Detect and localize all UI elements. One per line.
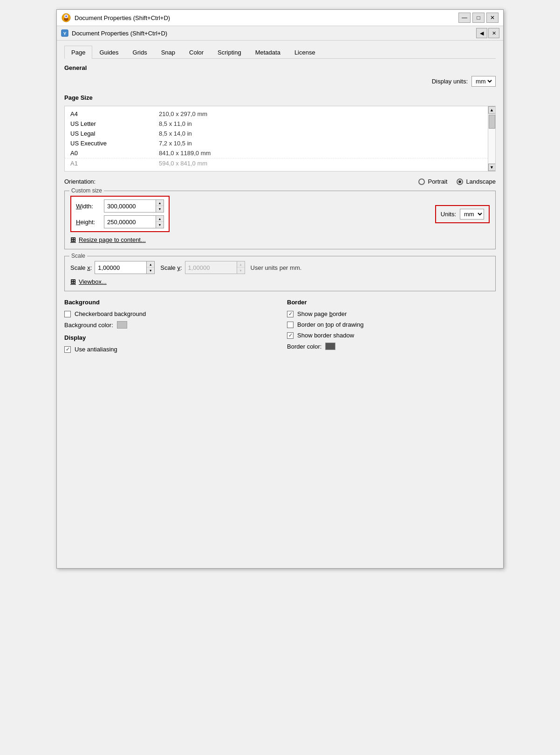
list-item[interactable]: US Executive 7,2 x 10,5 in <box>65 138 495 148</box>
page-size-section: Page Size A4 210,0 x 297,0 mm US Letter … <box>64 94 496 172</box>
close-button[interactable]: ✕ <box>486 13 499 23</box>
list-item[interactable]: US Legal 8,5 x 14,0 in <box>65 129 495 138</box>
height-decrement-button[interactable]: ▼ <box>156 222 164 228</box>
svg-point-3 <box>65 15 67 17</box>
width-spinbox[interactable]: ▲ ▼ <box>104 199 164 213</box>
height-row: Height: ▲ ▼ <box>76 215 164 228</box>
bg-color-label: Background color: <box>64 322 113 329</box>
menu-bar-nav: ◀ ✕ <box>476 28 499 38</box>
width-increment-button[interactable]: ▲ <box>156 200 164 206</box>
scrollbar-down-button[interactable]: ▼ <box>488 164 496 171</box>
orientation-row: Orientation: Portrait Landscape <box>64 178 496 185</box>
units-select-box[interactable]: mm cm in px pt pc <box>460 209 484 220</box>
tab-license[interactable]: License <box>287 46 322 59</box>
display-section-title: Display <box>64 334 273 341</box>
scale-row: Scale x: ▲ ▼ Scale y: ▲ <box>70 261 490 274</box>
page-size-name-a0: A0 <box>70 150 122 157</box>
landscape-label: Landscape <box>466 178 496 185</box>
page-size-list[interactable]: A4 210,0 x 297,0 mm US Letter 8,5 x 11,0… <box>64 106 496 172</box>
orientation-label: Orientation: <box>64 178 96 185</box>
nav-close-button[interactable]: ✕ <box>488 28 499 38</box>
height-input[interactable] <box>104 216 156 228</box>
units-select[interactable]: mm cm in px pt pc <box>460 209 484 219</box>
border-color-row: Border color: <box>287 343 496 350</box>
custom-size-inner: Width: ▲ ▼ Height: <box>70 196 490 232</box>
page-size-name-usexec: US Executive <box>70 140 122 147</box>
landscape-radio[interactable] <box>457 178 463 185</box>
show-border-label: Show page border <box>297 310 347 317</box>
list-item[interactable]: A4 210,0 x 297,0 mm <box>65 109 495 119</box>
background-display-section: Background Checkerboard background Backg… <box>64 299 273 357</box>
tab-color[interactable]: Color <box>182 46 211 59</box>
custom-size-label: Custom size <box>69 187 104 194</box>
title-bar-title: Document Properties (Shift+Ctrl+D) <box>75 14 170 21</box>
list-item[interactable]: A0 841,0 x 1189,0 mm <box>65 148 495 158</box>
height-increment-button[interactable]: ▲ <box>156 216 164 222</box>
scrollbar-thumb[interactable] <box>489 115 495 129</box>
bg-color-swatch[interactable] <box>117 321 127 329</box>
show-shadow-checkbox[interactable]: ✓ <box>287 332 294 339</box>
page-size-dims-uslegal: 8,5 x 14,0 in <box>159 130 192 137</box>
minimize-button[interactable]: — <box>458 13 471 23</box>
title-bar-left: Document Properties (Shift+Ctrl+D) <box>61 13 170 22</box>
width-decrement-button[interactable]: ▼ <box>156 206 164 212</box>
tab-metadata[interactable]: Metadata <box>248 46 287 59</box>
scale-x-decrement-button[interactable]: ▼ <box>147 268 154 274</box>
tab-scripting[interactable]: Scripting <box>211 46 248 59</box>
menu-app-icon: Y <box>61 29 69 37</box>
show-shadow-label: Show border shadow <box>297 332 354 339</box>
scale-x-increment-button[interactable]: ▲ <box>147 261 154 268</box>
tab-page[interactable]: Page <box>64 46 92 59</box>
border-on-top-label: Border on top of drawing <box>297 321 363 328</box>
scale-x-label: Scale x: <box>70 264 92 271</box>
page-size-dims-a4: 210,0 x 297,0 mm <box>159 110 207 117</box>
show-shadow-row: ✓ Show border shadow <box>287 332 496 339</box>
portrait-radio[interactable] <box>418 178 425 185</box>
app-icon <box>61 13 71 22</box>
scrollbar[interactable]: ▲ ▼ <box>488 106 495 171</box>
units-label: Units: <box>441 211 456 218</box>
border-color-swatch[interactable] <box>325 343 335 350</box>
border-color-label: Border color: <box>287 343 321 350</box>
scale-x-btns: ▲ ▼ <box>146 261 154 274</box>
show-border-checkbox[interactable]: ✓ <box>287 311 294 317</box>
tab-guides[interactable]: Guides <box>92 46 125 59</box>
scale-y-decrement-button: ▼ <box>237 268 245 274</box>
height-spinbox[interactable]: ▲ ▼ <box>104 215 164 228</box>
height-label: Height: <box>76 219 100 226</box>
display-units-label: Display units: <box>432 78 468 85</box>
display-units-select[interactable]: mm cm in px pt pc <box>474 77 493 85</box>
scale-group-label: Scale <box>69 253 87 259</box>
tab-snap[interactable]: Snap <box>154 46 182 59</box>
border-title: Border <box>287 299 496 306</box>
tab-grids[interactable]: Grids <box>126 46 154 59</box>
page-size-title: Page Size <box>64 94 496 101</box>
resize-to-content-link[interactable]: ⊞ Resize page to content... <box>70 236 490 243</box>
scale-y-increment-button: ▲ <box>237 261 245 268</box>
antialiasing-checkbox[interactable]: ✓ <box>64 346 71 353</box>
title-bar: Document Properties (Shift+Ctrl+D) — □ ✕ <box>57 10 503 26</box>
page-size-dims-usexec: 7,2 x 10,5 in <box>159 140 192 147</box>
border-on-top-checkbox[interactable] <box>287 322 294 328</box>
width-input[interactable] <box>104 200 156 212</box>
scale-x-group: Scale x: ▲ ▼ <box>70 261 155 274</box>
scrollbar-up-button[interactable]: ▲ <box>488 106 496 114</box>
nav-back-button[interactable]: ◀ <box>476 28 487 38</box>
resize-link-label: Resize page to content... <box>79 236 146 243</box>
border-section: Border ✓ Show page border Border on top … <box>287 299 496 357</box>
viewbox-link[interactable]: ⊞ Viewbox... <box>70 278 490 285</box>
portrait-option[interactable]: Portrait <box>418 178 447 185</box>
scale-group: Scale Scale x: ▲ ▼ Scale y: <box>64 256 496 291</box>
scale-x-input[interactable] <box>95 261 146 274</box>
landscape-option[interactable]: Landscape <box>457 178 496 185</box>
list-item[interactable]: US Letter 8,5 x 11,0 in <box>65 119 495 129</box>
maximize-button[interactable]: □ <box>472 13 485 23</box>
bottom-sections: Background Checkerboard background Backg… <box>64 299 496 357</box>
scale-y-group: Scale y: ▲ ▼ <box>160 261 245 274</box>
width-row: Width: ▲ ▼ <box>76 199 164 213</box>
list-item[interactable]: A1 594,0 x 841,0 mm <box>65 158 495 168</box>
scale-x-spinbox[interactable]: ▲ ▼ <box>95 261 155 274</box>
antialiasing-label: Use antialiasing <box>75 346 117 353</box>
checkerboard-checkbox[interactable] <box>64 311 71 317</box>
display-units-select-box[interactable]: mm cm in px pt pc <box>471 76 496 87</box>
